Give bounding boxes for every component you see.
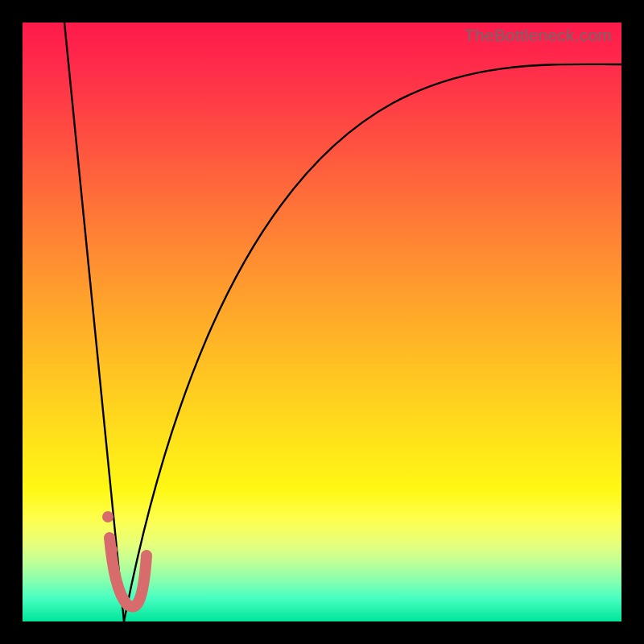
- chart-curves: [23, 23, 621, 621]
- curve-left-branch: [64, 23, 124, 621]
- chart-frame: TheBottleneck.com: [0, 0, 644, 644]
- dot-upper: [102, 511, 114, 522]
- plot-area: TheBottleneck.com: [23, 23, 621, 621]
- curve-right-branch: [124, 64, 621, 621]
- dot-lower: [106, 544, 118, 555]
